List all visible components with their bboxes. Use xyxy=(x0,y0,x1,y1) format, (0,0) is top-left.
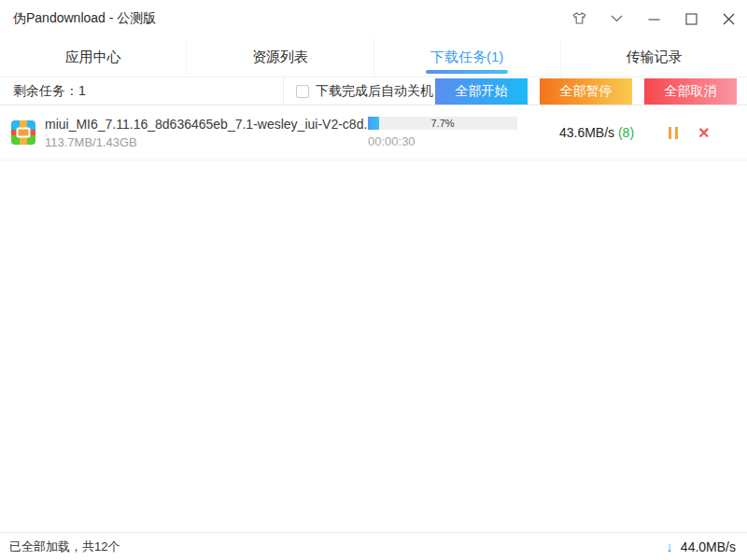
close-button[interactable] xyxy=(710,0,747,37)
collapse-menu-button[interactable] xyxy=(598,0,635,37)
shirt-icon xyxy=(571,11,587,26)
tab-app-center[interactable]: 应用中心 xyxy=(0,37,186,77)
cancel-all-button[interactable]: 全部取消 xyxy=(644,78,737,105)
chevron-down-icon xyxy=(611,15,623,22)
tab-label: 下载任务(1) xyxy=(430,49,503,66)
remaining-tasks-label: 剩余任务：1 xyxy=(0,77,284,105)
load-status-text: 已全部加载，共12个 xyxy=(9,539,120,555)
row-actions: × xyxy=(669,126,710,139)
thread-count: (8) xyxy=(618,125,634,140)
window-title: 伪Pandownload - 公测版 xyxy=(0,10,156,27)
minimize-icon xyxy=(648,13,660,25)
download-list: miui_MI6_7.11.16_8d636465eb_7.1-wesley_i… xyxy=(0,105,747,532)
tab-download-tasks[interactable]: 下载任务(1) xyxy=(374,37,560,77)
total-speed-value: 44.0MB/s xyxy=(681,539,736,554)
auto-shutdown-label: 下载完成后自动关机 xyxy=(316,83,433,100)
pause-task-button[interactable] xyxy=(669,127,678,139)
tab-label: 传输记录 xyxy=(626,49,682,66)
cancel-x-icon: × xyxy=(698,126,710,139)
status-bar: 已全部加载，共12个 ↓ 44.0MB/s xyxy=(0,532,747,560)
cancel-task-button[interactable]: × xyxy=(698,126,710,139)
archive-file-icon xyxy=(11,120,35,145)
global-speed: ↓ 44.0MB/s xyxy=(666,539,736,554)
auto-shutdown-checkbox[interactable] xyxy=(296,85,309,98)
bulk-action-buttons: 全部开始 全部暂停 全部取消 xyxy=(435,78,747,105)
download-arrow-icon: ↓ xyxy=(666,539,673,554)
tab-label: 应用中心 xyxy=(65,49,121,66)
tab-resource-list[interactable]: 资源列表 xyxy=(186,37,373,77)
minimize-button[interactable] xyxy=(635,0,672,37)
progress-percent-label: 7.7% xyxy=(368,117,517,130)
title-bar: 伪Pandownload - 公测版 xyxy=(0,0,747,37)
download-speed: 43.6MB/s xyxy=(559,125,614,140)
close-icon xyxy=(723,13,735,25)
file-name: miui_MI6_7.11.16_8d636465eb_7.1-wesley_i… xyxy=(45,117,368,132)
auto-shutdown-option[interactable]: 下载完成后自动关机 xyxy=(284,83,433,100)
pause-all-button[interactable]: 全部暂停 xyxy=(540,78,632,105)
progress-column: 7.7% 00:00:30 xyxy=(368,117,519,148)
task-toolbar: 剩余任务：1 下载完成后自动关机 全部开始 全部暂停 全部取消 xyxy=(0,77,747,105)
file-size: 113.7MB/1.43GB xyxy=(45,135,368,149)
active-tab-underline xyxy=(426,70,508,74)
app-window: 伪Pandownload - 公测版 xyxy=(0,0,747,560)
maximize-icon xyxy=(685,13,698,25)
tab-transfer-history[interactable]: 传输记录 xyxy=(560,37,747,77)
tab-label: 资源列表 xyxy=(252,49,308,66)
file-info: miui_MI6_7.11.16_8d636465eb_7.1-wesley_i… xyxy=(45,117,368,149)
tab-bar: 应用中心 资源列表 下载任务(1) 传输记录 xyxy=(0,37,747,77)
download-row[interactable]: miui_MI6_7.11.16_8d636465eb_7.1-wesley_i… xyxy=(0,105,747,161)
progress-bar: 7.7% xyxy=(368,117,517,130)
elapsed-time: 00:00:30 xyxy=(368,134,519,148)
speed-column: 43.6MB/s (8) xyxy=(519,125,648,140)
window-controls xyxy=(560,0,747,37)
pause-icon xyxy=(669,127,678,139)
start-all-button[interactable]: 全部开始 xyxy=(435,78,528,105)
maximize-button[interactable] xyxy=(672,0,710,37)
theme-skin-button[interactable] xyxy=(560,0,598,37)
